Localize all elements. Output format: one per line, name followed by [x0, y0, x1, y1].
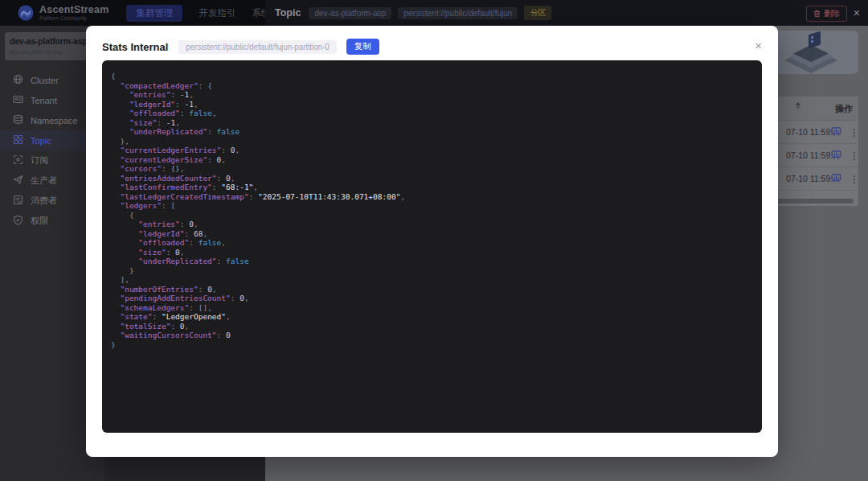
stats-internal-modal: Stats Internal persistent://public/defau… [86, 26, 778, 457]
code-line: "underReplicated": false [111, 127, 762, 137]
namespace-stack-icon [13, 114, 23, 126]
sidebar-item-label: 消费者 [31, 195, 57, 207]
sort-caret-icon[interactable] [796, 102, 800, 109]
page-title: Topic [275, 7, 301, 18]
permission-shield-icon [13, 215, 23, 227]
sidebar-item-label: Topic [31, 136, 51, 146]
code-line: }, [111, 137, 762, 146]
code-line: "numberOfEntries": 0, [111, 285, 762, 294]
producer-send-icon [13, 175, 23, 187]
tenant-card-icon [13, 94, 23, 106]
code-line: "offloaded": false, [111, 109, 762, 118]
row-time: 07-10 11:59: [786, 174, 833, 183]
app-logo: AscentStream Platform Community [0, 5, 108, 22]
column-header-actions: 操作 [835, 103, 853, 115]
app-logo-subtitle: Platform Community [39, 15, 108, 22]
code-line: "ledgerId": -1, [111, 100, 762, 109]
code-line: "currentLedgerSize": 0, [111, 155, 762, 165]
table-scrollbar[interactable] [776, 199, 854, 204]
code-line: } [111, 340, 762, 350]
tenant-subtitle: dev-as-platform-asp [10, 48, 95, 56]
stats-icon[interactable] [831, 149, 841, 163]
more-actions-icon[interactable]: ⋮ [850, 128, 859, 138]
code-line: "ledgers": [ [111, 201, 762, 211]
code-line: "entriesAddedCounter": 0, [111, 174, 762, 183]
code-line: { [111, 211, 762, 220]
row-time: 07-10 11:59: [786, 127, 833, 137]
code-line: "compactedLedger": { [111, 81, 762, 91]
code-line: "totalSize": 0, [111, 322, 762, 331]
sidebar-item-label: Cluster [31, 76, 59, 85]
code-line: "size": -1, [111, 118, 762, 128]
sidebar-item-label: 订阅 [31, 154, 48, 166]
partition-tag: 分区 [524, 6, 551, 20]
ascentstream-logo-icon [18, 5, 34, 21]
json-code-block: { "compactedLedger": { "entries": -1, "l… [102, 60, 762, 433]
drawer-header: Topic dev-as-platform-asppersistent://pu… [265, 0, 868, 26]
sidebar-item-label: 生产者 [31, 175, 57, 187]
topic-tags: dev-as-platform-asppersistent://public/d… [309, 6, 551, 20]
copy-button[interactable]: 复制 [346, 39, 379, 55]
nav-item-1[interactable]: 开发指引 [199, 7, 235, 19]
code-line: } [111, 266, 762, 276]
code-line: "size": 0, [111, 248, 762, 257]
code-line: ], [111, 275, 762, 285]
sidebar-item-label: Namespace [31, 116, 78, 125]
sidebar-item-label: Tenant [31, 96, 57, 105]
more-actions-icon[interactable]: ⋮ [850, 151, 859, 161]
code-line: "lastLedgerCreatedTimestamp": "2025-07-1… [111, 192, 762, 202]
consumer-list-icon [13, 195, 23, 207]
modal-close-icon[interactable]: × [751, 37, 765, 55]
delete-button[interactable]: 删除 [806, 6, 847, 22]
code-line: "state": "LedgerOpened", [111, 312, 762, 322]
trash-icon [813, 10, 821, 18]
nav-item-0[interactable]: 集群管理 [126, 5, 182, 22]
cluster-globe-icon [13, 74, 23, 86]
row-time: 07-10 11:59: [786, 150, 833, 160]
partition-topic-tag: persistent://public/default/fujun-partit… [178, 40, 336, 54]
stats-icon[interactable] [831, 125, 841, 140]
banner-illustration [778, 33, 845, 73]
tenant-name: dev-as-platform-asp [10, 36, 95, 46]
subscription-scan-icon [13, 154, 23, 166]
code-line: "ledgerId": 68, [111, 229, 762, 239]
topic-grid-icon [13, 134, 23, 146]
code-line: "entries": 0, [111, 220, 762, 229]
code-line: "offloaded": false, [111, 238, 762, 248]
code-line: "cursors": {}, [111, 164, 762, 174]
code-line: { [111, 72, 762, 81]
drawer-close-icon[interactable]: × [850, 0, 863, 26]
app-logo-title: AscentStream [39, 5, 108, 15]
more-actions-icon[interactable]: ⋮ [850, 175, 859, 184]
code-line: "currentLedgerEntries": 0, [111, 146, 762, 155]
code-line: "pendingAddEntriesCount": 0, [111, 294, 762, 303]
code-line: "lastConfirmedEntry": "68:-1", [111, 183, 762, 192]
code-line: "entries": -1, [111, 90, 762, 100]
topic-path-tag: persistent://public/default/fujun [398, 7, 518, 19]
tenant-tag: dev-as-platform-asp [309, 7, 391, 19]
modal-title: Stats Internal [102, 41, 168, 53]
delete-button-label: 删除 [824, 8, 840, 19]
code-line: "underReplicated": false [111, 257, 762, 266]
code-line: "waitingCursorsCount": 0 [111, 331, 762, 340]
code-line: "schemaLedgers": [], [111, 303, 762, 313]
stats-icon[interactable] [831, 172, 841, 187]
sidebar-item-label: 权限 [31, 215, 48, 227]
